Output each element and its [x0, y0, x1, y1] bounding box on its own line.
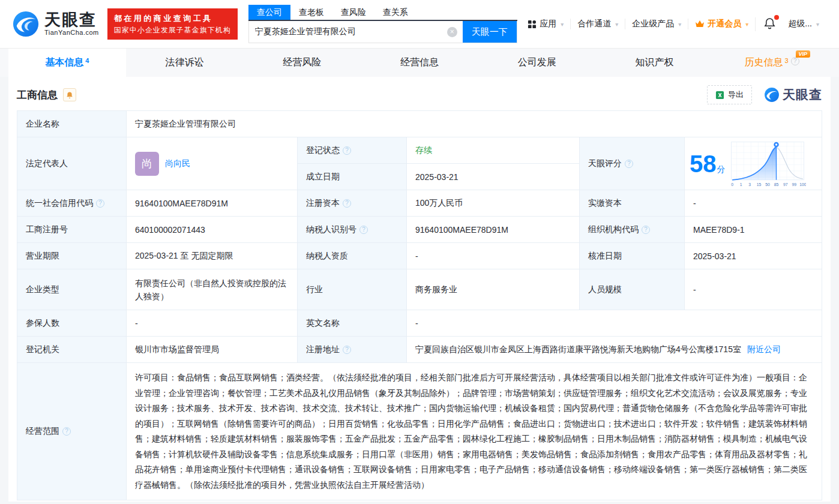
tab-history-info[interactable]: VIP 历史信息 3 ?	[713, 49, 831, 77]
help-icon[interactable]: ?	[96, 199, 104, 208]
field-label: 行业	[298, 269, 407, 310]
reg-authority-value: 银川市市场监督管理局	[127, 337, 298, 362]
help-icon[interactable]: ?	[62, 427, 71, 436]
help-icon[interactable]: ?	[625, 160, 633, 168]
taxpayer-id-label: 纳税人识别号	[306, 224, 356, 235]
avatar[interactable]: 尚	[135, 152, 159, 176]
svg-text:3: 3	[748, 182, 751, 187]
search-tab-boss[interactable]: 查老板	[290, 5, 332, 20]
chevron-down-icon: ▾	[678, 21, 681, 28]
field-label: 经营范围 ?	[17, 363, 127, 500]
company-type-value: 有限责任公司（非自然人投资或控股的法人独资）	[127, 269, 298, 310]
brand-domain: TianYanCha.com	[44, 29, 99, 37]
reg-address-cell: 宁夏回族自治区银川市金凤区上海西路街道康平路悦海新天地购物广场4号公寓楼1715…	[407, 337, 822, 362]
tab-operating-risk[interactable]: 经营风险	[243, 49, 361, 77]
nearby-companies-link[interactable]: 附近公司	[747, 344, 781, 355]
field-label: 统一社会信用代码 ?	[17, 190, 127, 216]
menu-apps[interactable]: 应用 ▾	[521, 19, 570, 29]
watermark-text: 天眼查	[783, 86, 822, 103]
field-label: 登记状态 ?	[298, 137, 407, 163]
search-box: 查公司 查老板 查风险 查关系 × 天眼一下	[248, 5, 517, 43]
reg-capital-label: 注册资本	[306, 198, 340, 209]
legal-rep-cell: 尚 尚向民	[127, 137, 298, 190]
reg-address-label: 注册地址	[306, 344, 340, 355]
help-icon[interactable]: ?	[343, 346, 351, 354]
field-label: 注册地址 ?	[298, 337, 407, 362]
export-label: 导出	[728, 89, 744, 100]
search-tab-relation[interactable]: 查关系	[374, 5, 416, 20]
table-row: 法定代表人 尚 尚向民 登记状态 ? 存续 成立日期 2025-03-21	[17, 137, 822, 190]
search-button[interactable]: 天眼一下	[463, 21, 517, 43]
tab-legal-litigation[interactable]: 法律诉讼	[126, 49, 244, 77]
menu-enterprise-label: 企业级产品	[632, 19, 674, 29]
help-icon[interactable]: ?	[343, 146, 351, 155]
notifications-button[interactable]	[755, 17, 781, 31]
reg-number-value: 640100002071443	[127, 217, 298, 242]
business-scope-label: 经营范围	[26, 426, 59, 437]
table-row: 登记机关 银川市市场监督管理局 注册地址 ? 宁夏回族自治区银川市金凤区上海西路…	[17, 337, 822, 363]
tab-development-label: 公司发展	[518, 56, 556, 69]
clear-search-icon[interactable]: ×	[447, 27, 457, 37]
help-icon[interactable]: ?	[343, 199, 351, 208]
tab-operating-info[interactable]: 经营信息	[361, 49, 478, 77]
tab-legal-label: 法律诉讼	[166, 56, 204, 69]
score-value: 58	[690, 151, 717, 177]
menu-super[interactable]: 超级... ▾	[781, 19, 826, 29]
field-label: 法定代表人	[17, 137, 127, 190]
credit-code-value: 91640100MAEE78D91M	[127, 190, 298, 216]
app-grid-icon	[528, 20, 537, 29]
svg-text:1: 1	[739, 182, 742, 187]
table-row: 经营范围 ? 许可项目：食品销售；食品互联网销售；酒类经营。（依法须经批准的项目…	[17, 363, 822, 500]
org-code-value: MAEE78D9-1	[685, 217, 822, 242]
business-info-table: 企业名称 宁夏茶姬企业管理有限公司 法定代表人 尚 尚向民 登记状态 ? 存续 …	[17, 110, 822, 500]
score-cell[interactable]: 58分	[685, 137, 822, 190]
search-input[interactable]	[249, 21, 442, 43]
promo-line2: 国家中小企业发展子基金旗下机构	[114, 25, 231, 36]
insured-count-value: -	[127, 310, 298, 336]
search-tabs: 查公司 查老板 查风险 查关系	[248, 5, 517, 21]
field-label: 注册资本 ?	[298, 190, 407, 216]
establish-date-value: 2025-03-21	[407, 164, 579, 190]
field-label: 人员规模	[580, 269, 685, 310]
menu-cooperation[interactable]: 合作通道 ▾	[570, 19, 625, 29]
reg-status-label: 登记状态	[306, 145, 340, 156]
chevron-down-icon: ▾	[816, 21, 819, 28]
bell-icon	[764, 17, 775, 29]
company-name-value: 宁夏茶姬企业管理有限公司	[127, 111, 822, 137]
business-scope-value: 许可项目：食品销售；食品互联网销售；酒类经营。（依法须经批准的项目，经相关部门批…	[127, 363, 822, 500]
tab-company-development[interactable]: 公司发展	[478, 49, 596, 77]
tianyancha-logo[interactable]: 天眼查 TianYanCha.com	[12, 10, 99, 38]
watermark-logo: 天眼查	[764, 86, 822, 103]
menu-super-label: 超级...	[788, 19, 812, 29]
brand-swirl-icon	[764, 87, 780, 103]
credit-code-label: 统一社会信用代码	[26, 198, 93, 209]
svg-text:100: 100	[799, 182, 806, 187]
field-label: 营业期限	[17, 243, 127, 269]
tab-history-label: 历史信息	[745, 56, 783, 69]
search-tab-company[interactable]: 查公司	[248, 5, 290, 20]
svg-text:15: 15	[756, 182, 761, 187]
chevron-down-icon: ▾	[561, 21, 564, 28]
field-label: 成立日期	[298, 164, 407, 190]
tab-ip-label: 知识产权	[635, 56, 673, 69]
help-icon[interactable]: ?	[359, 226, 368, 234]
promo-line1: 都在用的商业查询工具	[114, 13, 231, 25]
monitor-bell-button[interactable]	[63, 88, 76, 101]
tab-intellectual-property[interactable]: 知识产权	[596, 49, 714, 77]
staff-size-value: -	[685, 269, 822, 310]
tab-basic-info[interactable]: 基本信息 4	[8, 49, 126, 77]
export-button[interactable]: 导出	[707, 85, 752, 104]
table-row: 企业名称 宁夏茶姬企业管理有限公司	[17, 111, 822, 137]
tab-risk-label: 经营风险	[283, 56, 321, 69]
help-icon[interactable]: ?	[791, 57, 799, 65]
legal-rep-link[interactable]: 尚向民	[165, 158, 190, 169]
section-title: 工商信息	[17, 88, 58, 102]
search-tab-risk[interactable]: 查风险	[332, 5, 374, 20]
menu-enterprise-products[interactable]: 企业级产品 ▾	[625, 19, 688, 29]
bell-icon	[66, 91, 73, 99]
header-menu: 应用 ▾ 合作通道 ▾ 企业级产品 ▾ 开通会员 ▾ 超级... ▾	[521, 17, 826, 31]
approval-date-value: 2025-03-21	[685, 243, 822, 269]
help-icon[interactable]: ?	[642, 226, 650, 234]
svg-text:0: 0	[731, 182, 733, 187]
menu-open-vip[interactable]: 开通会员 ▾	[688, 19, 755, 29]
